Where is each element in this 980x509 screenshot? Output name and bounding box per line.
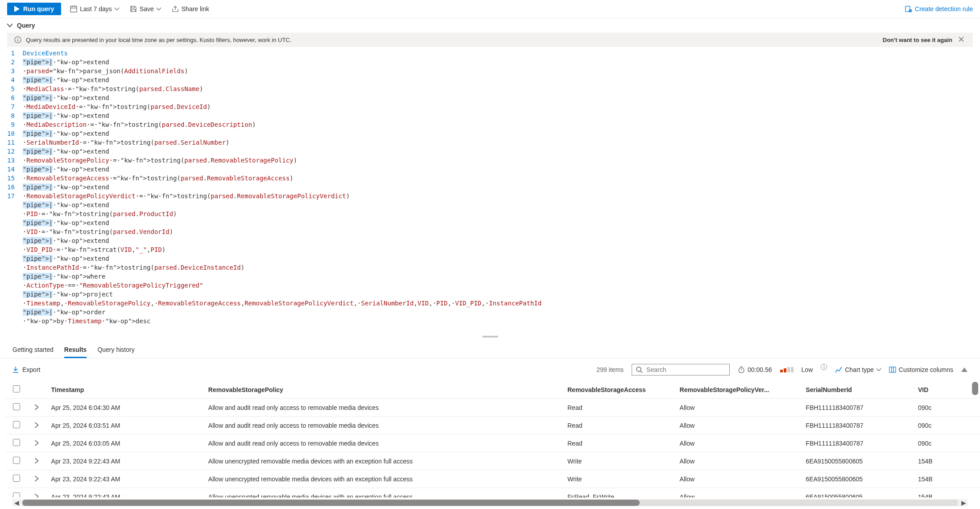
horizontal-scrollbar-thumb[interactable] [22, 500, 640, 506]
columns-icon [889, 366, 896, 373]
cell-verdict: Allow [674, 470, 801, 488]
select-all-checkbox[interactable] [13, 385, 20, 392]
table-row[interactable]: Apr 25, 2024 6:03:51 AMAllow and audit r… [5, 417, 980, 434]
expand-row-icon[interactable] [35, 440, 38, 446]
info-dismiss-link[interactable]: Don't want to see it again [883, 37, 952, 43]
query-title: Query [17, 22, 35, 29]
expand-row-icon[interactable] [35, 458, 38, 463]
cell-access: Write [562, 470, 674, 488]
query-section-header[interactable]: Query [0, 18, 980, 33]
info-icon [14, 36, 21, 43]
tab-query-history[interactable]: Query history [97, 342, 134, 358]
cell-access: FsRead, FsWrite [562, 488, 674, 498]
save-dropdown[interactable]: Save [128, 4, 163, 14]
expand-row-icon[interactable] [35, 494, 38, 498]
info-close-button[interactable] [957, 37, 966, 43]
cell-serial: 6EA9150055800605 [800, 488, 913, 498]
cell-policy: Allow and audit read only access to remo… [203, 399, 562, 417]
horizontal-scrollbar[interactable]: ◀ ▶ [12, 499, 968, 506]
row-checkbox[interactable] [13, 439, 20, 446]
expand-row-icon[interactable] [35, 405, 38, 410]
customize-label: Customize columns [899, 366, 953, 373]
table-row[interactable]: Apr 25, 2024 6:04:30 AMAllow and audit r… [5, 399, 980, 417]
cell-serial: 6EA9150055800605 [800, 470, 913, 488]
table-row[interactable]: Apr 23, 2024 9:22:43 AMAllow unencrypted… [5, 488, 980, 498]
row-checkbox[interactable] [13, 403, 20, 410]
download-icon [12, 366, 19, 373]
query-timer: 00:00.56 [738, 366, 772, 373]
svg-point-11 [637, 367, 641, 371]
cell-verdict: Allow [674, 452, 801, 470]
time-range-dropdown[interactable]: Last 7 days [68, 4, 121, 14]
results-table: Timestamp RemovableStoragePolicy Removab… [5, 381, 980, 497]
cell-verdict: Allow [674, 488, 801, 498]
close-icon [959, 37, 964, 42]
col-header-serial[interactable]: SerialNumberId [800, 381, 913, 399]
cell-timestamp: Apr 25, 2024 6:03:05 AM [46, 434, 203, 452]
cell-verdict: Allow [674, 417, 801, 434]
customize-columns-button[interactable]: Customize columns [889, 366, 953, 373]
table-row[interactable]: Apr 25, 2024 6:03:05 AMAllow and audit r… [5, 434, 980, 452]
scroll-up-icon[interactable] [961, 367, 968, 372]
table-row[interactable]: Apr 23, 2024 9:22:43 AMAllow unencrypted… [5, 470, 980, 488]
time-range-label: Last 7 days [80, 5, 112, 13]
scroll-left-icon[interactable]: ◀ [12, 499, 21, 506]
scroll-right-icon[interactable]: ▶ [959, 499, 968, 506]
save-icon [130, 5, 137, 13]
detection-rule-icon [905, 5, 912, 13]
cell-access: Read [562, 417, 674, 434]
info-icon[interactable]: i [821, 364, 827, 370]
search-input[interactable] [646, 366, 726, 373]
table-row[interactable]: Apr 23, 2024 9:22:43 AMAllow unencrypted… [5, 452, 980, 470]
info-bar: Query results are presented in your loca… [7, 33, 973, 47]
cell-timestamp: Apr 23, 2024 9:22:43 AM [46, 488, 203, 498]
create-rule-label: Create detection rule [915, 5, 973, 13]
cell-serial: FBH1111183400787 [800, 417, 913, 434]
chevron-down-icon [7, 24, 12, 27]
share-link-button[interactable]: Share link [170, 4, 211, 14]
info-message: Query results are presented in your loca… [26, 37, 291, 43]
vertical-scrollbar-thumb[interactable] [972, 382, 978, 395]
cell-vid: 154B [913, 452, 980, 470]
create-detection-rule-button[interactable]: Create detection rule [905, 5, 973, 13]
chevron-down-icon [877, 368, 881, 371]
cell-vid: 154B [913, 488, 980, 498]
share-label: Share link [182, 5, 209, 13]
cell-policy: Allow unencrypted removable media device… [203, 470, 562, 488]
query-editor[interactable]: 1234567891011121314151617 DeviceEvents"p… [0, 47, 980, 334]
row-checkbox[interactable] [13, 492, 20, 497]
row-checkbox[interactable] [13, 421, 20, 428]
cell-serial: FBH1111183400787 [800, 434, 913, 452]
cell-verdict: Allow [674, 399, 801, 417]
cell-access: Write [562, 452, 674, 470]
performance-indicator [780, 367, 794, 372]
col-header-access[interactable]: RemovableStorageAccess [562, 381, 674, 399]
row-checkbox[interactable] [13, 475, 20, 482]
col-header-vid[interactable]: VID [913, 381, 980, 399]
cell-timestamp: Apr 23, 2024 9:22:43 AM [46, 470, 203, 488]
export-button[interactable]: Export [12, 366, 40, 373]
cell-vid: 154B [913, 470, 980, 488]
col-header-timestamp[interactable]: Timestamp [46, 381, 203, 399]
performance-label: Low [802, 366, 813, 373]
tab-results[interactable]: Results [64, 342, 87, 358]
cell-vid: 090c [913, 434, 980, 452]
expand-row-icon[interactable] [35, 476, 38, 481]
expand-row-icon[interactable] [35, 422, 38, 428]
chart-type-dropdown[interactable]: Chart type [835, 366, 881, 373]
run-query-label: Run query [23, 5, 54, 13]
row-checkbox[interactable] [13, 457, 20, 464]
elapsed-time: 00:00.56 [748, 366, 772, 373]
tab-getting-started[interactable]: Getting started [12, 342, 54, 358]
cell-serial: 6EA9150055800605 [800, 452, 913, 470]
search-input-wrapper[interactable] [632, 364, 730, 375]
cell-policy: Allow and audit read only access to remo… [203, 434, 562, 452]
col-header-policy[interactable]: RemovableStoragePolicy [203, 381, 562, 399]
run-query-button[interactable]: Run query [7, 3, 61, 15]
svg-rect-16 [889, 367, 896, 372]
cell-serial: FBH1111183400787 [800, 399, 913, 417]
cell-vid: 090c [913, 417, 980, 434]
col-header-verdict[interactable]: RemovableStoragePolicyVer... [674, 381, 801, 399]
splitter-handle[interactable] [0, 334, 980, 339]
chart-icon [835, 366, 842, 373]
